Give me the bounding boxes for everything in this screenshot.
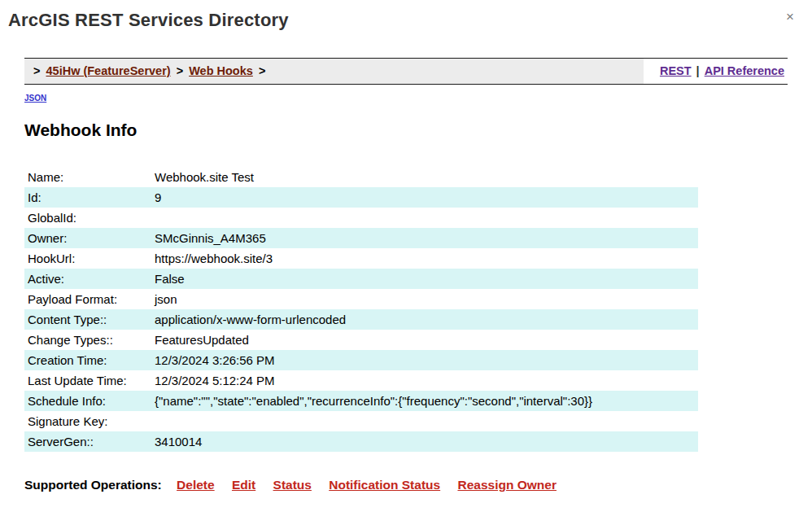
row-value: 12/3/2024 5:12:24 PM	[151, 370, 698, 391]
table-row: ServerGen:: 3410014	[24, 431, 698, 452]
breadcrumb-separator: >	[177, 64, 183, 77]
table-row: Change Types:: FeaturesUpdated	[24, 330, 698, 350]
table-row: Content Type:: application/x-www-form-ur…	[24, 309, 698, 330]
row-value: False	[151, 269, 698, 289]
row-label: ServerGen::	[24, 431, 151, 452]
table-row: HookUrl: https://webhook.site/3	[24, 248, 698, 269]
table-row: GlobalId:	[24, 208, 698, 228]
row-value: SMcGinnis_A4M365	[151, 228, 698, 248]
breadcrumb-link-featureserver[interactable]: 45iHw (FeatureServer)	[46, 64, 171, 77]
row-value: Webhook.site Test	[151, 167, 698, 187]
table-row: Owner: SMcGinnis_A4M365	[24, 228, 698, 248]
row-label: Schedule Info:	[24, 391, 151, 411]
row-value	[151, 411, 698, 431]
table-row: Last Update Time: 12/3/2024 5:12:24 PM	[24, 370, 698, 391]
row-value: {"name":"","state":"enabled","recurrence…	[151, 391, 698, 411]
nav-links-divider: |	[696, 64, 700, 77]
webhook-info-table: Name: Webhook.site Test Id: 9 GlobalId: …	[24, 167, 698, 452]
row-label: Owner:	[24, 228, 151, 248]
rest-link[interactable]: REST	[660, 64, 692, 77]
row-label: GlobalId:	[24, 208, 151, 228]
operation-reassign-owner[interactable]: Reassign Owner	[457, 478, 556, 492]
window-title: ArcGIS REST Services Directory	[8, 10, 799, 31]
operation-delete[interactable]: Delete	[177, 478, 215, 492]
table-row: Signature Key:	[24, 411, 698, 431]
table-row: Active: False	[24, 269, 698, 289]
breadcrumb: > 45iHw (FeatureServer) > Web Hooks >	[24, 59, 644, 84]
row-label: Change Types::	[24, 330, 151, 350]
page-title: Webhook Info	[24, 120, 788, 140]
row-value: https://webhook.site/3	[151, 248, 698, 269]
breadcrumb-bar: > 45iHw (FeatureServer) > Web Hooks > RE…	[24, 58, 788, 85]
page-content: > 45iHw (FeatureServer) > Web Hooks > RE…	[0, 58, 812, 492]
table-row: Id: 9	[24, 187, 698, 208]
row-label: Creation Time:	[24, 350, 151, 370]
row-label: Id:	[24, 187, 151, 208]
supported-operations: Supported Operations: Delete Edit Status…	[24, 478, 788, 492]
json-format-link[interactable]: JSON	[24, 94, 46, 103]
row-label: Name:	[24, 167, 151, 187]
row-label: Last Update Time:	[24, 370, 151, 391]
row-label: Signature Key:	[24, 411, 151, 431]
row-value: 3410014	[151, 431, 698, 452]
api-reference-link[interactable]: API Reference	[705, 64, 784, 77]
row-label: Payload Format:	[24, 289, 151, 309]
api-nav-links: REST | API Reference	[644, 59, 788, 84]
breadcrumb-separator: >	[259, 64, 265, 77]
row-value: 9	[151, 187, 698, 208]
table-row: Payload Format: json	[24, 289, 698, 309]
table-row: Name: Webhook.site Test	[24, 167, 698, 187]
row-value: FeaturesUpdated	[151, 330, 698, 350]
row-value: application/x-www-form-urlencoded	[151, 309, 698, 330]
breadcrumb-link-webhooks[interactable]: Web Hooks	[189, 64, 253, 77]
operation-notification-status[interactable]: Notification Status	[329, 478, 440, 492]
row-value: 12/3/2024 3:26:56 PM	[151, 350, 698, 370]
close-icon[interactable]: ×	[786, 10, 794, 24]
operation-edit[interactable]: Edit	[232, 478, 255, 492]
row-label: Content Type::	[24, 309, 151, 330]
title-bar: ArcGIS REST Services Directory ×	[0, 0, 812, 31]
row-value	[151, 208, 698, 228]
row-value: json	[151, 289, 698, 309]
operation-status[interactable]: Status	[273, 478, 312, 492]
breadcrumb-separator: >	[33, 64, 40, 77]
row-label: Active:	[24, 269, 151, 289]
supported-operations-label: Supported Operations:	[24, 478, 162, 492]
table-row: Schedule Info: {"name":"","state":"enabl…	[24, 391, 698, 411]
table-row: Creation Time: 12/3/2024 3:26:56 PM	[24, 350, 698, 370]
row-label: HookUrl:	[24, 248, 151, 269]
